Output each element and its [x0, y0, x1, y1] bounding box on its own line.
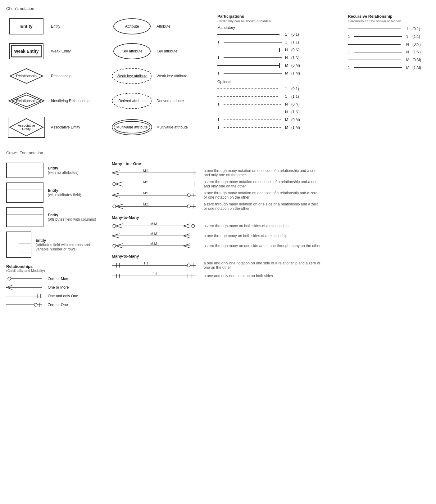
- multi-ellipse-shape: Multivalue attribute: [112, 119, 152, 135]
- cf-entity-cols-header: [7, 208, 43, 214]
- crows-section: Crow's Foot notation Entity (with no att…: [6, 151, 430, 310]
- associative-rect: AssociativeEntity: [8, 117, 45, 138]
- cf-entity-cols-body: [7, 214, 43, 227]
- weak-key-attribute-shape: Weak key attribute: [112, 68, 152, 84]
- mandatory-line-2: [217, 47, 283, 53]
- optional-row-0: 1 (0:1): [217, 85, 348, 92]
- associative-label: AssociativeEntity: [18, 124, 35, 131]
- svg-line-90: [183, 236, 190, 238]
- zero-more-icon: [6, 276, 43, 282]
- svg-point-72: [113, 224, 116, 227]
- optional-row-1: 1 (1:1): [217, 93, 348, 100]
- crows-entity-attrs-row: Entity (with attributes field): [6, 182, 99, 203]
- legend-zero-more: Zero or More: [6, 276, 99, 282]
- optional-line-0: [217, 86, 283, 92]
- recursive-line-3: [354, 49, 404, 55]
- svg-line-64: [116, 204, 123, 206]
- key-attribute-shape: Key attribute: [112, 43, 152, 59]
- crows-entity-attrs-main: Entity: [48, 188, 81, 193]
- svg-line-28: [6, 287, 12, 290]
- m1-svg-0: M:1: [112, 169, 199, 177]
- weak-key-ellipse-shape: Weak key attribute: [112, 68, 152, 84]
- mandatory-label: Mandatory: [217, 25, 348, 30]
- svg-line-88: [183, 234, 190, 236]
- mandatory-row-5: 1 M (1:M): [217, 70, 348, 77]
- m1-svg-2: M:1: [112, 191, 199, 199]
- svg-text:M:M: M:M: [150, 242, 157, 245]
- m1-row-3: M:1 a zero through many notation on one …: [112, 202, 430, 211]
- mm-row-2: M:M a zero through many on one side and …: [112, 242, 430, 250]
- mm-svg-0: M:M: [112, 222, 199, 230]
- chen-row-attribute: Attribute Attribute: [112, 14, 217, 39]
- optional-line-2: [224, 101, 283, 107]
- m1-row-1: M:1 a zero through many notation on one …: [112, 180, 430, 188]
- one-more-icon: [6, 284, 43, 290]
- cf-entity-var-rows: [19, 239, 31, 257]
- zero-more-label: Zero or More: [48, 277, 79, 281]
- mm-row-1: M:M a one through many on both sides of …: [112, 232, 430, 240]
- crows-entity-simple-label: Entity (with no attributes): [48, 166, 79, 175]
- crows-entity-var-label: Entity (attributes field with columns an…: [36, 238, 99, 251]
- recursive-row-0: 1 (0:1): [348, 25, 436, 32]
- multivalue-attribute-ellipse-label: Multivalue attribute: [116, 125, 148, 129]
- optional-line-5: [224, 125, 283, 130]
- mandatory-line-3: [224, 55, 283, 61]
- many-to-many-label: Many-to-Many: [112, 215, 430, 220]
- svg-line-46: [116, 182, 123, 184]
- weak-entity-shape: Weak Entity: [6, 43, 47, 59]
- many-to-one-label: Many - to - One: [112, 161, 430, 166]
- crows-entity-simple-row: Entity (with no attributes): [6, 163, 99, 178]
- zero-one-label: Zero or One: [48, 303, 79, 307]
- svg-line-73: [116, 224, 123, 226]
- optional-line-3: [217, 109, 283, 115]
- svg-text:M:M: M:M: [150, 232, 157, 236]
- relationship-text-label: Relationship: [51, 74, 112, 78]
- optional-row-4: 1 M (0:M): [217, 116, 348, 123]
- chen-row-weak-entity: Weak Entity Weak Entity: [6, 39, 112, 64]
- svg-point-107: [187, 264, 190, 267]
- svg-line-95: [116, 246, 123, 248]
- legend-one-only: One and only One: [6, 293, 99, 299]
- chens-section: Chen's notation Entity Entity: [6, 6, 430, 141]
- ellipse-shape: Attribute: [113, 18, 151, 34]
- attribute-text-label: Attribute: [157, 24, 217, 29]
- double-diamond-shape: Relationship: [8, 92, 45, 110]
- mandatory-row-1: 1 1 (1:1): [217, 39, 348, 46]
- svg-line-48: [116, 184, 123, 186]
- legend-zero-one: Zero or One: [6, 302, 99, 308]
- weak-entity-text-label: Weak Entity: [51, 49, 112, 53]
- svg-text:M:1: M:1: [143, 191, 149, 195]
- chen-row-weak-key-attribute: Weak key attribute Weak key attribute: [112, 64, 217, 88]
- recursive-line-0: [348, 26, 404, 32]
- cf-entity-attrs-header: [7, 183, 43, 190]
- recursive-row-3: 1 N (1:N): [348, 49, 436, 56]
- identifying-label: Relationship: [16, 99, 37, 103]
- svg-line-84: [112, 236, 120, 238]
- crows-entity-cols-row: Entity (attributes field with columns): [6, 207, 99, 227]
- optional-row-3: N (1:N): [217, 109, 348, 115]
- chens-attribute-column: Attribute Attribute Key attribute Key at…: [112, 14, 217, 141]
- recursive-subtitle: Cardinality can be shown or hidden: [348, 19, 436, 23]
- derived-ellipse-shape: Derived attribute: [112, 93, 152, 109]
- recursive-row-5: 1 M (1:M): [348, 64, 436, 71]
- crows-entity-simple-main: Entity: [48, 166, 79, 170]
- svg-point-61: [187, 194, 190, 197]
- svg-line-82: [112, 234, 120, 236]
- mandatory-line-0: [217, 32, 283, 37]
- mm-desc-2: a zero through many on one side and a on…: [204, 244, 322, 248]
- participations-subtitle: Cardinality can be shown or hidden: [217, 19, 348, 23]
- main-container: Chen's notation Entity Entity: [6, 6, 430, 310]
- 11-desc-0: a one and only one notation on one side …: [204, 261, 322, 270]
- identifying-shape: Relationship: [6, 92, 47, 110]
- svg-text:M:1: M:1: [143, 180, 149, 184]
- svg-text:M:M: M:M: [150, 222, 157, 226]
- optional-line-4: [224, 117, 283, 123]
- chen-row-associative: AssociativeEntity Associative Entity: [6, 113, 112, 141]
- weak-key-attribute-ellipse-label: Weak key attribute: [116, 74, 147, 78]
- crows-title: Crow's Foot notation: [6, 151, 430, 155]
- diamond-label: Relationship: [16, 74, 37, 78]
- mm-desc-1: a one through many on both sides of a re…: [204, 234, 322, 238]
- legend-one-more: One or More: [6, 284, 99, 290]
- recursive-line-1: [354, 34, 404, 39]
- one-more-label: One or More: [48, 285, 79, 290]
